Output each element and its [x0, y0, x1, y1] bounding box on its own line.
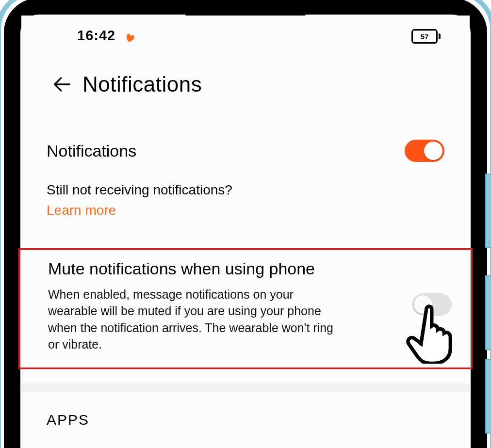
back-button[interactable]	[49, 71, 76, 98]
learn-more-link[interactable]: Learn more	[47, 203, 444, 218]
status-time: 16:42	[77, 28, 115, 44]
status-bar: 16:42 57	[21, 16, 470, 44]
apps-section-header: APPS	[47, 412, 470, 428]
mute-description: When enabled, message notifications on y…	[48, 286, 339, 353]
mute-toggle[interactable]	[412, 293, 452, 316]
section-divider	[21, 384, 470, 392]
battery-level: 57	[421, 32, 429, 41]
arrow-left-icon	[51, 74, 73, 95]
page-title: Notifications	[82, 72, 202, 96]
mute-title: Mute notifications when using phone	[48, 258, 339, 279]
mute-setting-highlight: Mute notifications when using phone When…	[18, 248, 473, 369]
help-question: Still not receiving notifications?	[47, 181, 444, 199]
battery-icon: 57	[411, 29, 441, 44]
heart-icon	[124, 32, 136, 44]
notifications-label: Notifications	[47, 142, 136, 160]
notifications-toggle[interactable]	[405, 140, 444, 162]
